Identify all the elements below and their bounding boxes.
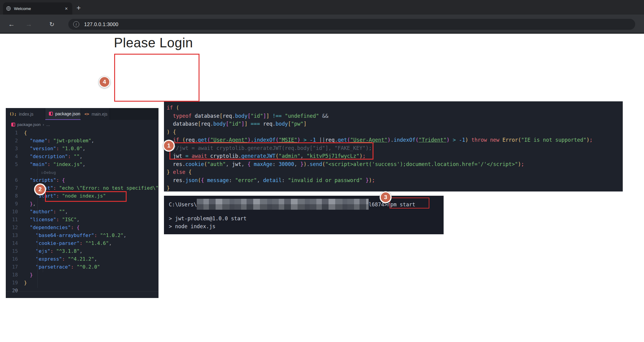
code-line: res.json({ message: "error", detail: "in…: [167, 176, 623, 185]
prompt-path: C:\Users\: [169, 201, 197, 208]
reload-icon[interactable]: ↻: [46, 19, 57, 30]
code-line: 4 "description": "",: [6, 153, 158, 161]
code-line: 6 "scripts": {: [6, 176, 158, 184]
annotation-box-npm-start: [390, 198, 429, 208]
terminal-output-line: > jwt-problem@1.0.0 start: [169, 215, 444, 222]
tab-close-icon[interactable]: ✕: [63, 6, 69, 12]
new-tab-button[interactable]: +: [77, 4, 81, 12]
chevron-right-icon: ›: [43, 122, 44, 127]
code-line: res.cookie("auth", jwt, { maxAge: 30000,…: [167, 160, 623, 168]
code-line: 1{: [6, 129, 158, 137]
code-line: 5 "main": "index.js",: [6, 161, 158, 168]
code-line: 14 "cookie-parser": "^1.4.6",: [6, 239, 158, 247]
vscode-window: (); index.js package.json ✕ <> main.ejs …: [6, 108, 158, 298]
annotation-circle-4: 4: [99, 76, 110, 88]
privacy-blur: [197, 199, 369, 210]
annotation-box-jwt-lines: [169, 142, 373, 160]
code-line: 3 "version": "1.0.0",: [6, 145, 158, 153]
code-line: 20: [6, 287, 158, 295]
forward-icon[interactable]: →: [23, 19, 34, 30]
code-line: 18 }: [6, 271, 158, 279]
code-line: 17 "parsetrace": "^0.2.0": [6, 263, 158, 271]
address-bar[interactable]: i 127.0.0.1:3000: [68, 19, 635, 30]
ejs-file-icon: <>: [84, 112, 89, 116]
annotation-circle-3: 3: [380, 191, 391, 203]
json-file-icon: [11, 123, 15, 127]
url-text[interactable]: 127.0.0.1:3000: [84, 22, 118, 27]
annotation-circle-2: 2: [34, 184, 46, 195]
code-line: } else {: [167, 168, 623, 176]
code-line: if (: [167, 104, 623, 112]
indent-guide: [43, 233, 43, 272]
javascript-file-icon: ();: [9, 112, 16, 116]
screenshot-canvas: Welcome ✕ + ← → ↻ i 127.0.0.1:3000 Pleas…: [0, 0, 644, 342]
tab-title: Welcome: [14, 6, 63, 11]
json-file-icon: [49, 112, 53, 116]
breadcrumb-file: package.json: [17, 122, 41, 127]
code-line: 19}: [6, 279, 158, 287]
code-line: database[req.body["id"]] === req.body["p…: [167, 120, 623, 128]
code-line: ) {: [167, 128, 623, 136]
indent-guide: [37, 138, 38, 288]
toolbar-divider: [0, 33, 644, 34]
codelens-row: ▷Debug: [6, 168, 158, 176]
browser-tabstrip: Welcome ✕ +: [0, 0, 644, 15]
breadcrumb-more[interactable]: …: [46, 122, 50, 127]
tab-label: main.ejs: [92, 112, 107, 117]
code-line: 15 "ejs": "^3.1.8",: [6, 247, 158, 255]
editor-tab-mainejs[interactable]: <> main.ejs: [81, 108, 110, 120]
code-line: 12 "dependencies": {: [6, 224, 158, 232]
annotation-box-start-script: [45, 191, 127, 202]
login-form-annotation-box: [114, 54, 199, 102]
tab-label: package.json: [55, 111, 80, 116]
code-line: 11 "license": "ISC",: [6, 216, 158, 224]
editor-tab-indexjs[interactable]: (); index.js: [6, 108, 45, 120]
globe-favicon-icon: [6, 6, 11, 11]
page-title: Please Login: [114, 35, 193, 50]
back-icon[interactable]: ←: [6, 19, 17, 30]
editor-tabbar: (); index.js package.json ✕ <> main.ejs: [6, 108, 158, 120]
annotation-circle-1: 1: [163, 140, 175, 151]
code-line: typeof database[req.body["id"]] !== "und…: [167, 112, 623, 120]
tab-label: index.js: [19, 112, 33, 117]
editor-scrollbar-track[interactable]: [6, 291, 158, 292]
code-line: }: [167, 184, 623, 191]
breadcrumb[interactable]: package.json › …: [6, 120, 158, 129]
code-line: 10 "author": "",: [6, 208, 158, 216]
editor-pane[interactable]: 1{2 "name": "jwt-problem",3 "version": "…: [6, 129, 158, 298]
code-line: 13 "base64-arraybuffer": "^1.0.2",: [6, 232, 158, 239]
site-info-icon[interactable]: i: [73, 21, 79, 27]
browser-tab-welcome[interactable]: Welcome ✕: [3, 2, 72, 15]
code-line: 2 "name": "jwt-problem",: [6, 137, 158, 145]
code-line: 16 "express": "^4.21.2",: [6, 255, 158, 263]
terminal-output-line: > node index.js: [169, 222, 444, 230]
editor-tab-packagejson[interactable]: package.json ✕: [45, 108, 81, 120]
